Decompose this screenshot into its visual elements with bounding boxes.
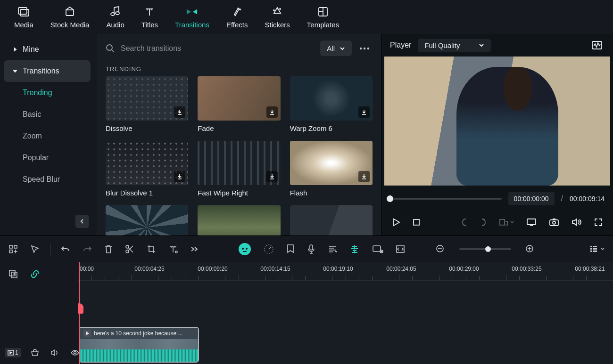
svg-point-24 <box>242 248 244 250</box>
marker-button[interactable] <box>284 242 297 256</box>
player-header: Player Full Quality <box>381 34 613 57</box>
more-options-button[interactable] <box>356 44 373 53</box>
transition-card[interactable]: Blur Dissolve 1 <box>106 141 188 197</box>
top-nav: Media Stock Media Audio Titles Transitio… <box>0 0 613 34</box>
tab-label: Stickers <box>265 21 290 29</box>
speed-button[interactable] <box>262 242 276 256</box>
card-label: Flash <box>290 189 373 197</box>
mark-out-button[interactable] <box>478 216 489 229</box>
redo-button[interactable] <box>81 243 94 255</box>
link-button[interactable] <box>28 267 41 281</box>
video-clip[interactable]: here's a 10 second joke because ... <box>79 327 199 363</box>
split-button[interactable] <box>123 243 136 256</box>
tab-titles[interactable]: Titles <box>133 0 166 34</box>
timeline-ruler[interactable]: 00:00 00:00:04:25 00:00:09:20 00:00:14:1… <box>78 262 613 281</box>
lock-track-button[interactable] <box>29 347 41 358</box>
sidebar-item-trending[interactable]: Trending <box>4 82 91 104</box>
fit-button[interactable] <box>394 243 407 255</box>
tab-stickers[interactable]: Stickers <box>256 0 298 34</box>
sidebar-item-basic[interactable]: Basic <box>4 104 91 125</box>
svg-point-23 <box>239 243 251 255</box>
effects-icon <box>231 6 243 18</box>
svg-point-4 <box>280 8 281 9</box>
tab-effects[interactable]: Effects <box>218 0 257 34</box>
sidebar-item-label: Zoom <box>23 132 42 140</box>
stop-button[interactable] <box>411 217 422 228</box>
delete-button[interactable] <box>102 243 115 256</box>
play-button[interactable] <box>390 216 402 228</box>
mute-track-button[interactable] <box>49 347 61 358</box>
transition-card[interactable]: Warp Zoom 6 <box>290 76 373 132</box>
mark-in-button[interactable] <box>459 216 470 229</box>
undo-button[interactable] <box>59 243 72 255</box>
text-button[interactable] <box>166 243 180 255</box>
selection-tool-button[interactable] <box>28 243 41 256</box>
quality-dropdown[interactable]: Full Quality <box>418 39 491 52</box>
stickers-icon <box>271 6 283 18</box>
aspect-ratio-button[interactable] <box>497 217 516 228</box>
tab-templates[interactable]: Templates <box>298 0 348 34</box>
sidebar-item-zoom[interactable]: Zoom <box>4 125 91 147</box>
track-view-button[interactable] <box>588 243 606 255</box>
scrub-bar[interactable] <box>390 198 502 200</box>
collapse-sidebar-button[interactable] <box>75 215 89 228</box>
sidebar-label: Transitions <box>23 67 59 75</box>
keyframe-button[interactable] <box>370 243 385 256</box>
tab-stock-media[interactable]: Stock Media <box>42 0 98 34</box>
transition-card[interactable]: Fade <box>198 76 280 132</box>
card-label: Fade <box>198 124 280 132</box>
scrub-handle[interactable] <box>387 195 393 202</box>
volume-button[interactable] <box>570 216 584 228</box>
zoom-in-button[interactable] <box>523 243 537 256</box>
snapshot-button[interactable] <box>547 216 561 228</box>
zoom-out-button[interactable] <box>434 243 447 256</box>
transition-card[interactable]: Flash <box>290 141 373 197</box>
tab-label: Transitions <box>175 21 209 29</box>
video-preview[interactable] <box>384 57 610 186</box>
chevron-down-icon <box>601 248 605 251</box>
transition-card[interactable] <box>198 205 280 235</box>
section-title: TRENDING <box>106 61 373 76</box>
playhead[interactable] <box>79 262 80 364</box>
render-button[interactable] <box>348 242 362 256</box>
transition-card[interactable]: Dissolve <box>106 76 188 132</box>
tab-media[interactable]: Media <box>6 0 42 34</box>
svg-point-7 <box>107 45 112 50</box>
download-icon <box>266 171 278 182</box>
sidebar-item-popular[interactable]: Popular <box>4 147 91 169</box>
audio-sync-button[interactable] <box>326 243 339 256</box>
svg-rect-12 <box>414 219 419 225</box>
more-tools-button[interactable] <box>188 244 200 254</box>
ruler-tick: 00:00 <box>80 266 94 272</box>
tab-transitions[interactable]: Transitions <box>166 0 218 34</box>
fullscreen-button[interactable] <box>592 216 605 228</box>
video-track-badge[interactable]: 1 <box>5 348 21 357</box>
download-icon <box>174 106 185 118</box>
svg-point-9 <box>364 47 365 49</box>
voiceover-button[interactable] <box>305 242 317 256</box>
sidebar-mine[interactable]: Mine <box>4 39 91 60</box>
sidebar-item-speed-blur[interactable]: Speed Blur <box>4 169 91 190</box>
svg-rect-0 <box>18 8 27 14</box>
timeline-tracks[interactable]: 00:00 00:00:04:25 00:00:09:20 00:00:14:1… <box>78 262 613 364</box>
svg-rect-19 <box>9 250 12 253</box>
tab-label: Effects <box>226 21 248 29</box>
svg-point-16 <box>553 221 555 224</box>
chevron-left-icon <box>80 218 84 224</box>
zoom-handle[interactable] <box>485 246 491 252</box>
filter-dropdown[interactable]: All <box>320 40 352 56</box>
zoom-slider[interactable] <box>459 248 511 250</box>
duplicate-button[interactable] <box>7 267 20 281</box>
sidebar-transitions[interactable]: Transitions <box>4 60 91 82</box>
svg-rect-28 <box>373 246 381 251</box>
waveform-monitor-button[interactable] <box>589 39 605 52</box>
ai-assistant-button[interactable] <box>236 241 253 258</box>
transition-card[interactable]: Fast Wipe Right <box>198 141 280 197</box>
display-button[interactable] <box>524 216 538 228</box>
add-track-button[interactable] <box>7 243 20 256</box>
transition-card[interactable] <box>106 205 188 235</box>
tab-audio[interactable]: Audio <box>98 0 133 34</box>
search-input[interactable] <box>121 44 315 53</box>
transition-card[interactable] <box>290 205 373 235</box>
crop-button[interactable] <box>145 243 158 256</box>
